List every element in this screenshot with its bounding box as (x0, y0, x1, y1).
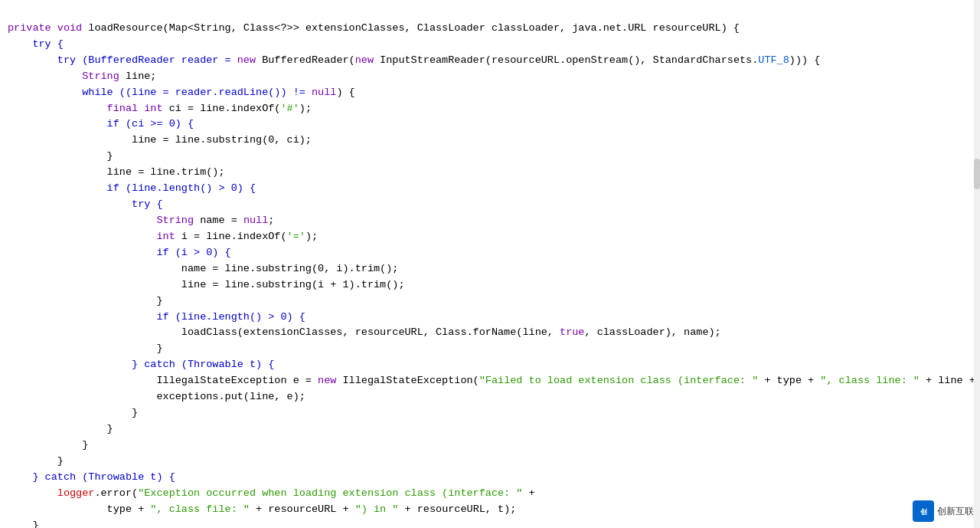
code-line: } (8, 421, 980, 438)
code-line: String name = null; (8, 213, 980, 229)
watermark: 创 创新互联 (913, 500, 974, 522)
code-line: } (8, 518, 980, 529)
code-line: line = line.substring(i + 1).trim(); (8, 277, 980, 294)
code-line: } catch (Throwable t) { (8, 357, 980, 373)
code-line: try { (8, 37, 980, 53)
code-line: final int ci = line.indexOf('#'); (8, 101, 980, 117)
svg-text:创: 创 (920, 508, 927, 516)
code-line: String line; (8, 69, 980, 85)
code-line: line = line.trim(); (8, 165, 980, 181)
code-line: } catch (Throwable t) { (8, 470, 980, 486)
code-line: if (line.length() > 0) { (8, 181, 980, 197)
scrollbar-thumb[interactable] (974, 159, 980, 189)
code-line: if (ci >= 0) { (8, 116, 980, 133)
code-line: name = line.substring(0, i).trim(); (8, 261, 980, 277)
code-line: while ((line = reader.readLine()) != nul… (8, 85, 980, 101)
code-line: if (line.length() > 0) { (8, 310, 980, 326)
code-line: int i = line.indexOf('='); (8, 229, 980, 245)
code-line: IllegalStateException e = new IllegalSta… (8, 373, 980, 389)
code-line: } (8, 149, 980, 165)
code-line: } (8, 341, 980, 357)
code-line: } (8, 294, 980, 310)
code-line: loadClass(extensionClasses, resourceURL,… (8, 325, 980, 341)
watermark-logo: 创 (913, 500, 934, 522)
code-line: line = line.substring(0, ci); (8, 133, 980, 149)
code-line: } (8, 405, 980, 421)
code-line: } (8, 454, 980, 470)
code-line: try (BufferedReader reader = new Buffere… (8, 53, 980, 69)
code-line: exceptions.put(line, e); (8, 389, 980, 405)
code-line: logger.error("Exception occurred when lo… (8, 486, 980, 502)
watermark-text: 创新互联 (937, 504, 974, 519)
code-line: } (8, 438, 980, 454)
code-line: if (i > 0) { (8, 245, 980, 261)
code-container: private void loadResource(Map<String, Cl… (0, 0, 980, 528)
code-line: private void loadResource(Map<String, Cl… (8, 21, 980, 37)
code-line: type + ", class file: " + resourceURL + … (8, 502, 980, 518)
code-line: try { (8, 197, 980, 213)
scrollbar[interactable] (974, 0, 980, 528)
